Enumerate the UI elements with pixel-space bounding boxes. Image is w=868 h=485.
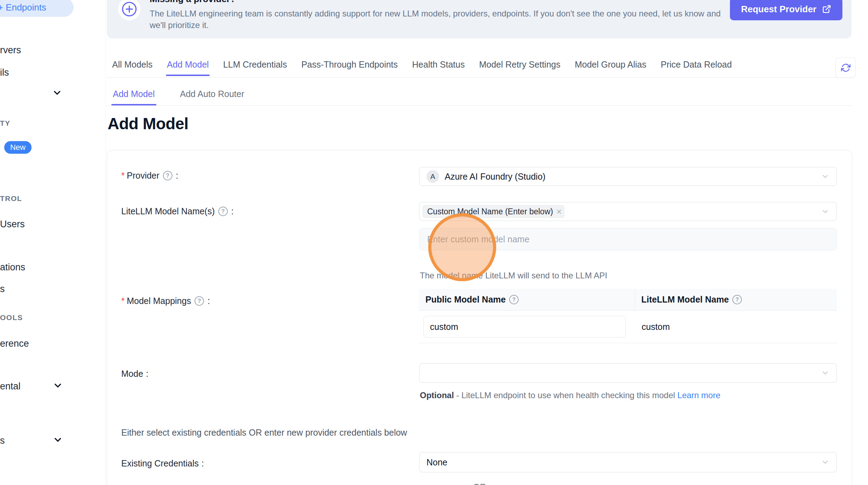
provider-value: Azure AI Foundry (Studio): [445, 172, 546, 182]
external-link-icon: [822, 5, 831, 14]
chevron-down-icon[interactable]: [53, 380, 63, 391]
missing-provider-banner: Missing a provider? The LiteLLM engineer…: [107, 0, 852, 39]
model-tabs: All Models Add Model LLM Credentials Pas…: [107, 59, 852, 78]
chevron-down-icon: [821, 172, 829, 181]
existing-credentials-select[interactable]: None: [419, 452, 837, 472]
public-model-name-header: Public Model Name ?: [419, 289, 635, 310]
sidebar-item-settings[interactable]: s: [0, 435, 5, 446]
tab-model-retry-settings[interactable]: Model Retry Settings: [478, 59, 561, 76]
sidebar-item-organizations[interactable]: ations: [0, 262, 25, 273]
request-provider-button[interactable]: Request Provider: [730, 0, 842, 20]
model-name-helper: The model name LiteLLM will send to the …: [420, 271, 607, 280]
tab-llm-credentials[interactable]: LLM Credentials: [223, 59, 288, 76]
provider-label: * Provider ? :: [121, 171, 178, 181]
plus-circle-icon: [118, 0, 141, 20]
provider-avatar: A: [426, 170, 439, 183]
help-icon[interactable]: ?: [163, 171, 172, 180]
sidebar-item-endpoints[interactable]: + Endpoints: [0, 0, 74, 17]
main-content: Missing a provider? The LiteLLM engineer…: [107, 0, 852, 485]
page-title: Add Model: [108, 114, 189, 133]
sidebar-section-security: TY: [0, 119, 11, 127]
help-icon[interactable]: ?: [732, 295, 742, 304]
chevron-down-icon: [821, 458, 829, 466]
public-model-name-cell: [419, 316, 635, 338]
required-mark: *: [121, 296, 125, 306]
mode-select[interactable]: [419, 363, 837, 383]
subtab-add-model[interactable]: Add Model: [111, 88, 156, 105]
model-mappings-label: * Model Mappings ? :: [121, 296, 210, 306]
litellm-model-name-value: custom: [635, 322, 837, 332]
tab-health-status[interactable]: Health Status: [411, 59, 465, 76]
refresh-button[interactable]: [835, 57, 856, 78]
help-icon[interactable]: ?: [194, 296, 204, 306]
tab-pass-through-endpoints[interactable]: Pass-Through Endpoints: [301, 59, 398, 76]
or-divider: OR: [107, 482, 852, 485]
model-mappings-table: Public Model Name ? LiteLLM Model Name ?…: [419, 289, 837, 343]
new-badge: New: [4, 141, 32, 154]
mode-label: Mode :: [121, 369, 149, 379]
tab-price-data-reload[interactable]: Price Data Reload: [660, 59, 732, 76]
remove-tag-icon[interactable]: [556, 208, 562, 215]
chevron-down-icon: [821, 207, 829, 216]
existing-credentials-value: None: [426, 457, 447, 467]
refresh-icon: [841, 63, 850, 72]
sidebar-item-teams[interactable]: s: [0, 284, 5, 295]
sidebar-item-servers[interactable]: rvers: [0, 45, 21, 56]
chevron-down-icon: [821, 369, 829, 377]
tab-add-model[interactable]: Add Model: [166, 59, 210, 76]
subtab-add-auto-router[interactable]: Add Auto Router: [179, 88, 246, 105]
sidebar-item-inference[interactable]: erence: [0, 338, 29, 349]
banner-description: The LiteLLM engineering team is constant…: [150, 8, 731, 31]
required-mark: *: [121, 171, 125, 181]
mappings-row: custom: [419, 311, 837, 343]
app-root: + Endpoints rvers ils TY New TROL Users …: [0, 0, 868, 485]
chevron-down-icon[interactable]: [52, 88, 62, 98]
tab-model-group-alias[interactable]: Model Group Alias: [574, 59, 647, 76]
model-names-label: LiteLLM Model Name(s) ? :: [121, 206, 234, 216]
add-model-subtabs: Add Model Add Auto Router: [107, 88, 852, 106]
custom-model-name-input[interactable]: [419, 228, 837, 250]
sidebar-endpoints-label: + Endpoints: [0, 2, 46, 13]
credentials-note: Either select existing credentials OR en…: [121, 428, 407, 438]
provider-select[interactable]: A Azure AI Foundry (Studio): [419, 167, 837, 186]
model-names-select[interactable]: Custom Model Name (Enter below): [419, 202, 837, 221]
sidebar-section-control: TROL: [0, 194, 22, 203]
sidebar: + Endpoints rvers ils TY New TROL Users …: [0, 0, 106, 485]
request-provider-label: Request Provider: [741, 4, 816, 15]
existing-credentials-label: Existing Credentials :: [121, 458, 204, 469]
litellm-model-name-header: LiteLLM Model Name ?: [635, 289, 837, 310]
tab-all-models[interactable]: All Models: [111, 59, 153, 76]
sidebar-item-experimental[interactable]: ental: [0, 381, 21, 392]
model-name-tag: Custom Model Name (Enter below): [422, 205, 565, 218]
public-model-name-input[interactable]: [423, 316, 626, 338]
help-icon[interactable]: ?: [509, 295, 519, 304]
mappings-header-row: Public Model Name ? LiteLLM Model Name ?: [419, 289, 837, 311]
chevron-down-icon[interactable]: [53, 435, 63, 445]
banner-title: Missing a provider?: [150, 0, 236, 5]
help-icon[interactable]: ?: [218, 207, 228, 216]
litellm-model-name-cell: custom: [635, 322, 837, 332]
sidebar-section-tools: OOLS: [0, 313, 23, 322]
add-model-form-card: * Provider ? : A Azure AI Foundry (Studi…: [107, 150, 852, 485]
sidebar-item-users[interactable]: Users: [0, 219, 25, 230]
sidebar-item-details[interactable]: ils: [0, 67, 9, 78]
learn-more-link[interactable]: Learn more: [677, 390, 720, 400]
mode-helper: Optional - LiteLLM endpoint to use when …: [420, 388, 720, 402]
